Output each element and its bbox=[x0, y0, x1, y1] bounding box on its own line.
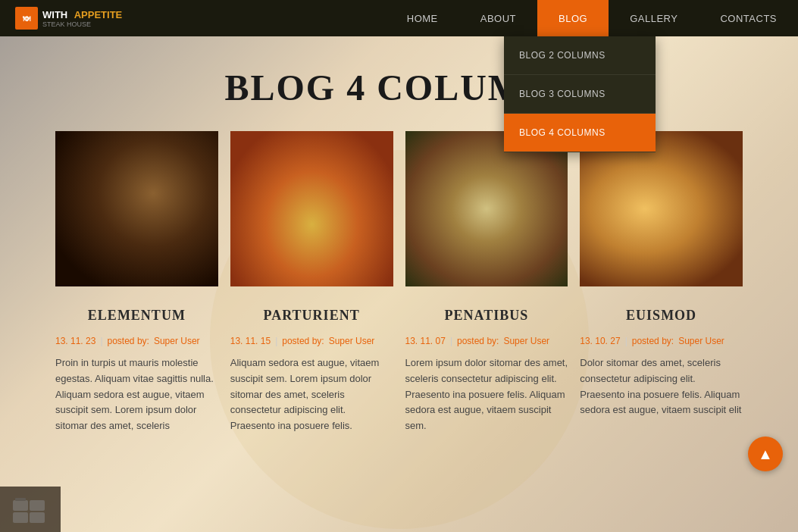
logo-text: WITH APPETITE STEAK HOUSE bbox=[42, 8, 122, 28]
posted-by-label-1: posted by: bbox=[108, 336, 149, 346]
nav-gallery[interactable]: GALLERY bbox=[609, 0, 699, 36]
blog-excerpt-3: Lorem ipsum dolor sitomar des amet, scel… bbox=[405, 355, 568, 434]
blog-date-3: 13. 11. 07 bbox=[405, 336, 446, 346]
posted-by-label-2: posted by: bbox=[282, 336, 324, 346]
nav-about[interactable]: ABOUT bbox=[459, 0, 537, 36]
blog-image-2[interactable] bbox=[230, 131, 393, 286]
blog-date-2: 13. 11. 15 bbox=[230, 336, 271, 346]
bottom-left-element bbox=[0, 487, 61, 532]
author-1: Super User bbox=[154, 336, 200, 346]
nav-blog[interactable]: BLOG bbox=[537, 0, 609, 36]
blog-card-title-1: ELEMENTUM bbox=[55, 308, 218, 324]
author-3: Super User bbox=[503, 336, 549, 346]
blog-image-1[interactable] bbox=[55, 131, 218, 286]
logo[interactable]: 🍽 WITH APPETITE STEAK HOUSE bbox=[0, 7, 137, 30]
dropdown-blog-2-columns[interactable]: BLOG 2 COLUMNS bbox=[504, 36, 656, 75]
blog-meta-2: 13. 11. 15 | posted by: Super User bbox=[230, 336, 393, 346]
logo-appetite: APPETITE bbox=[74, 9, 123, 20]
svg-rect-2 bbox=[13, 512, 28, 523]
blog-meta-1: 13. 11. 23 | posted by: Super User bbox=[55, 336, 218, 346]
blog-excerpt-4: Dolor sitomar des amet, sceleris consect… bbox=[580, 355, 743, 418]
nav-home[interactable]: HOME bbox=[386, 0, 459, 36]
blog-dropdown: BLOG 2 COLUMNS BLOG 3 COLUMNS BLOG 4 COL… bbox=[504, 36, 656, 152]
blog-image-4[interactable] bbox=[580, 131, 743, 286]
dropdown-blog-3-columns[interactable]: BLOG 3 COLUMNS bbox=[504, 75, 656, 114]
svg-rect-1 bbox=[15, 498, 26, 501]
author-4: Super User bbox=[678, 336, 724, 346]
page-title: BLOG 4 COLUMNS bbox=[0, 67, 798, 108]
scroll-top-button[interactable]: ▲ bbox=[748, 437, 783, 471]
logo-icon: 🍽 bbox=[15, 7, 38, 30]
blog-meta-4: 13. 10. 27 | posted by: Super User bbox=[580, 336, 743, 346]
blog-card-4: EUISMOD 13. 10. 27 | posted by: Super Us… bbox=[574, 131, 749, 434]
svg-rect-4 bbox=[30, 512, 45, 523]
posted-by-label-4: posted by: bbox=[632, 336, 674, 346]
separator-2: | bbox=[275, 336, 277, 346]
blog-card-2: PARTURIENT 13. 11. 15 | posted by: Super… bbox=[224, 131, 399, 434]
logo-with: WITH bbox=[42, 9, 67, 20]
posted-by-label-3: posted by: bbox=[457, 336, 499, 346]
blog-card-3: PENATIBUS 13. 11. 07 | posted by: Super … bbox=[399, 131, 574, 434]
blog-image-3[interactable] bbox=[405, 131, 568, 286]
page-area: BLOG 4 COLUMNS ELEMENTUM 13. 11. 23 | po… bbox=[0, 36, 798, 532]
blog-excerpt-2: Aliquam sedora est augue, vitaem suscipi… bbox=[230, 355, 393, 434]
svg-rect-3 bbox=[30, 500, 45, 511]
bottom-icon bbox=[0, 487, 61, 532]
blog-meta-3: 13. 11. 07 | posted by: Super User bbox=[405, 336, 568, 346]
dropdown-blog-4-columns[interactable]: BLOG 4 COLUMNS bbox=[504, 114, 656, 152]
separator-1: | bbox=[100, 336, 102, 346]
author-2: Super User bbox=[329, 336, 375, 346]
blog-card-title-4: EUISMOD bbox=[580, 308, 743, 324]
separator-3: | bbox=[450, 336, 452, 346]
separator-4: | bbox=[625, 336, 627, 346]
blog-card-title-3: PENATIBUS bbox=[405, 308, 568, 324]
blog-excerpt-1: Proin in turpis ut mauris molestie egest… bbox=[55, 355, 218, 434]
nav-contacts[interactable]: CONTACTS bbox=[699, 0, 798, 36]
blog-card-1: ELEMENTUM 13. 11. 23 | posted by: Super … bbox=[49, 131, 224, 434]
logo-sub: STEAK HOUSE bbox=[42, 21, 122, 29]
blog-card-title-2: PARTURIENT bbox=[230, 308, 393, 324]
navigation: 🍽 WITH APPETITE STEAK HOUSE HOME ABOUT B… bbox=[0, 0, 798, 36]
blog-grid: ELEMENTUM 13. 11. 23 | posted by: Super … bbox=[0, 131, 798, 434]
blog-date-4: 13. 10. 27 bbox=[580, 336, 620, 346]
blog-date-1: 13. 11. 23 bbox=[55, 336, 95, 346]
page-title-area: BLOG 4 COLUMNS bbox=[0, 36, 798, 131]
svg-rect-0 bbox=[13, 500, 28, 511]
nav-links: HOME ABOUT BLOG GALLERY CONTACTS bbox=[386, 0, 798, 36]
